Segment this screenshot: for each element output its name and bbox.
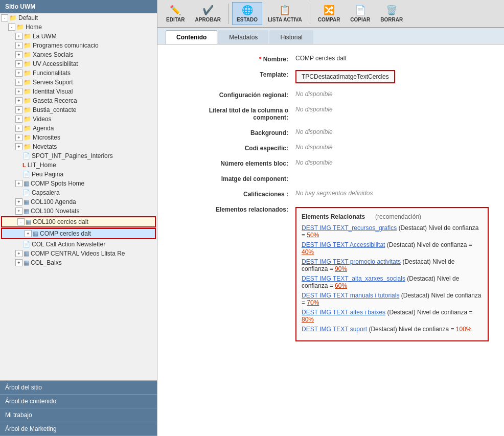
- toolbar-btn-aprobar[interactable]: ✔️APROBAR: [190, 2, 225, 25]
- toolbar-btn-editar[interactable]: ✏️EDITAR: [162, 2, 189, 25]
- tree-item-agenda[interactable]: +📁Agenda: [0, 124, 157, 133]
- sidebar-bottom-arbol-marketing[interactable]: Árbol de Marketing: [0, 422, 157, 436]
- tree-label-peu-pagina: Peu Pagina: [32, 171, 63, 178]
- expand-btn-novetats[interactable]: +: [15, 143, 22, 150]
- tree-icon-comp-spots: ▦: [24, 180, 29, 187]
- tree-item-identitat[interactable]: +📁Identitat Visual: [0, 87, 157, 96]
- tree-label-comp-cercles: COMP cercles dalt: [40, 230, 91, 237]
- template-value: TPCDestacatImatgeTextCercles: [295, 70, 489, 83]
- tree-item-capsalera[interactable]: 📄Capsalera: [0, 188, 157, 197]
- expand-btn-col100-agenda[interactable]: +: [15, 198, 22, 205]
- related-link[interactable]: DEST IMG TEXT suport: [302, 326, 367, 333]
- expand-btn-comp-spots[interactable]: +: [15, 180, 22, 187]
- elementos-value: Elements Relacionats (recomendación) DES…: [295, 205, 489, 341]
- toolbar-icon-lista-activa: 📋: [279, 5, 290, 16]
- related-link[interactable]: DEST IMG TEXT altes i baixes: [302, 309, 385, 316]
- sidebar-bottom-arbol-contenido[interactable]: Árbol de contenido: [0, 395, 157, 408]
- tree-label-comp-spots: COMP Spots Home: [31, 180, 84, 187]
- toolbar-btn-borrar[interactable]: 🗑️BORRAR: [376, 2, 407, 25]
- tree-item-uv-acc[interactable]: +📁UV Accessibilitat: [0, 59, 157, 68]
- tree-icon-agenda: 📁: [24, 125, 31, 132]
- tree-item-bustia[interactable]: +📁Bustia_contacte: [0, 105, 157, 114]
- tree-item-programes[interactable]: +📁Programes comunicacio: [0, 41, 157, 50]
- codi-label: Codi específic:: [173, 144, 295, 152]
- toolbar-label-lista-activa: LISTA ACTIVA: [268, 17, 302, 22]
- related-link[interactable]: DEST IMG TEXT manuals i tutorials: [302, 292, 399, 299]
- expand-btn-bustia[interactable]: +: [15, 106, 22, 113]
- tree-item-novetats[interactable]: +📁Novetats: [0, 142, 157, 151]
- expand-btn-gaseta[interactable]: +: [15, 97, 22, 104]
- tree-item-home[interactable]: -📁Home: [0, 22, 157, 32]
- tree-item-comp-central[interactable]: +▦COMP CENTRAL Videos Llista Re: [0, 249, 157, 258]
- expand-btn-identitat[interactable]: +: [15, 88, 22, 95]
- related-confidence-value: 100%: [456, 326, 472, 333]
- tree-item-default[interactable]: -📁Default: [0, 13, 157, 22]
- tab-historial[interactable]: Historial: [269, 30, 313, 44]
- config-regional-label: Configuración regional:: [173, 90, 295, 99]
- tree-label-col100-agenda: COL100 Agenda: [31, 198, 76, 205]
- toolbar-btn-estado[interactable]: 🌐ESTADO: [232, 2, 262, 25]
- config-regional-row: Configuración regional: No disponible: [173, 90, 489, 99]
- literal-row: Literal títol de la columna o component:…: [173, 106, 489, 121]
- tab-metadatos[interactable]: Metadatos: [218, 30, 268, 44]
- expand-btn-home[interactable]: -: [8, 24, 15, 31]
- related-link[interactable]: DEST IMG TEXT_recursos_grafics: [302, 224, 397, 232]
- tree-item-serveis[interactable]: +📁Serveis Suport: [0, 78, 157, 87]
- tree-item-xarxes[interactable]: +📁Xarxes Socials: [0, 50, 157, 59]
- tree-icon-home: 📁: [16, 24, 24, 31]
- toolbar-btn-lista-activa[interactable]: 📋LISTA ACTIVA: [263, 2, 307, 25]
- tree-item-peu-pagina[interactable]: 📄Peu Pagina: [0, 170, 157, 179]
- related-link[interactable]: DEST IMG TEXT promocio activitats: [302, 258, 401, 265]
- related-confidence-value: 80%: [302, 316, 314, 323]
- nombre-row: * Nombre: COMP cercles dalt: [173, 55, 489, 63]
- tree-item-la-uwm[interactable]: +📁La UWM: [0, 32, 157, 41]
- tree-item-microsites[interactable]: +📁Microsites: [0, 133, 157, 142]
- tree-item-spot-int[interactable]: 📄SPOT_INT_Pagines_Interiors: [0, 151, 157, 160]
- tree-item-funcionalitats[interactable]: +📁Funcionalitats: [0, 68, 157, 78]
- expand-btn-col-baixs[interactable]: +: [15, 259, 22, 266]
- elementos-row: Elementos relacionados: Elements Relacio…: [173, 205, 489, 341]
- expand-btn-videos[interactable]: +: [15, 116, 22, 123]
- related-tag: (Destacat): [407, 275, 435, 282]
- toolbar: ✏️EDITAR✔️APROBAR🌐ESTADO📋LISTA ACTIVA🔀CO…: [157, 0, 504, 28]
- tree-icon-microsites: 📁: [24, 134, 31, 141]
- related-link[interactable]: DEST IMG TEXT_alta_xarxes_socials: [302, 275, 405, 282]
- tree-item-col-call[interactable]: 📄COL Call Action Newsletter: [0, 240, 157, 249]
- literal-value: No disponible: [295, 106, 489, 113]
- tree-item-col100-cercles[interactable]: -▦COL100 cercles dalt: [1, 216, 156, 227]
- tree-item-col100-agenda[interactable]: +▦COL100 Agenda: [0, 197, 157, 206]
- sidebar-bottom-mi-trabajo[interactable]: Mi trabajo: [0, 408, 157, 422]
- expand-btn-programes[interactable]: +: [15, 42, 22, 49]
- expand-btn-agenda[interactable]: +: [15, 125, 22, 132]
- toolbar-btn-compar[interactable]: 🔀COMPAR: [313, 2, 345, 25]
- tree-icon-la-uwm: 📁: [24, 33, 31, 40]
- expand-btn-uv-acc[interactable]: +: [15, 60, 22, 67]
- expand-btn-xarxes[interactable]: +: [15, 51, 22, 58]
- expand-btn-default[interactable]: -: [1, 14, 8, 21]
- expand-btn-funcionalitats[interactable]: +: [15, 70, 22, 77]
- expand-btn-comp-cercles[interactable]: +: [25, 230, 32, 237]
- expand-btn-microsites[interactable]: +: [15, 134, 22, 141]
- related-link[interactable]: DEST IMG TEXT Accessibilitat: [302, 241, 385, 248]
- tab-contenido[interactable]: Contenido: [166, 30, 217, 44]
- expand-btn-comp-central[interactable]: +: [15, 250, 22, 257]
- sidebar-bottom-arbol-sitio[interactable]: Árbol del sitio: [0, 381, 157, 395]
- toolbar-icon-borrar: 🗑️: [386, 5, 397, 16]
- tree-item-col100-novetats[interactable]: +▦COL100 Novetats: [0, 206, 157, 216]
- tree-item-col-baixs[interactable]: +▦COL_Baixs: [0, 258, 157, 267]
- tree-item-comp-spots[interactable]: +▦COMP Spots Home: [0, 179, 157, 188]
- tree-item-gaseta[interactable]: +📁Gaseta Recerca: [0, 96, 157, 105]
- toolbar-btn-copiar[interactable]: 📄COPIAR: [346, 2, 375, 25]
- tree-item-videos[interactable]: +📁Videos: [0, 114, 157, 124]
- background-row: Background: No disponible: [173, 128, 489, 136]
- tree-icon-default: 📁: [9, 14, 17, 21]
- tree-item-lit-home[interactable]: LLIT_Home: [0, 160, 157, 170]
- expand-btn-la-uwm[interactable]: +: [15, 33, 22, 40]
- expand-btn-col100-cercles[interactable]: -: [17, 218, 25, 225]
- tree-item-comp-cercles[interactable]: +▦COMP cercles dalt: [1, 228, 156, 239]
- expand-btn-col100-novetats[interactable]: +: [15, 208, 22, 215]
- expand-btn-serveis[interactable]: +: [15, 79, 22, 86]
- related-box: Elements Relacionats (recomendación) DES…: [295, 207, 489, 341]
- tree-icon-comp-central: ▦: [24, 250, 29, 257]
- sidebar-bottom: Árbol del sitioÁrbol de contenidoMi trab…: [0, 380, 157, 436]
